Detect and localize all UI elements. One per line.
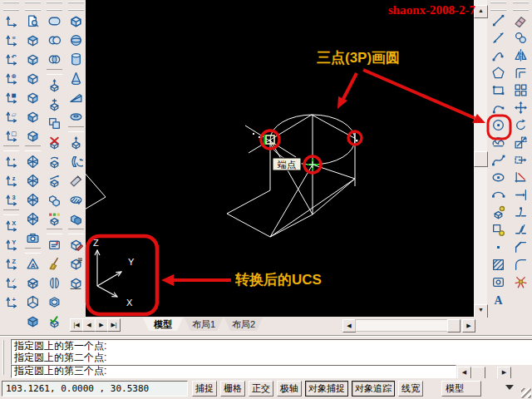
scale-tool-button[interactable]	[511, 134, 530, 150]
toggle-栅格[interactable]: 栅格	[220, 381, 245, 397]
break-at-point-tool-button[interactable]	[511, 204, 530, 220]
toggle-对象捕捉[interactable]: 对象捕捉	[305, 381, 348, 397]
named-ucs-tool-button[interactable]: ≡	[2, 31, 21, 49]
toolbar-grab-handle[interactable]	[25, 2, 41, 11]
circle-tool-button[interactable]	[489, 116, 508, 133]
tab-布局1[interactable]: 布局1	[185, 318, 223, 331]
array-tool-button[interactable]	[511, 81, 530, 98]
rectangle-tool-button[interactable]	[489, 81, 508, 98]
previous-ucs-tool-button[interactable]: ↶	[2, 50, 21, 68]
stretch-tool-button[interactable]	[511, 151, 530, 168]
resize-grip[interactable]	[521, 388, 531, 398]
move-tool-button[interactable]	[511, 99, 530, 116]
polygon-tool-button[interactable]	[489, 64, 508, 81]
named-views-tool-button[interactable]	[23, 12, 42, 30]
extrude-faces-tool-button[interactable]	[45, 76, 64, 94]
wedge-tool-button[interactable]	[66, 88, 86, 106]
toggle-对象追踪[interactable]: 对象追踪	[352, 381, 395, 397]
hscroll-track[interactable]	[355, 319, 448, 332]
rotate-faces-tool-button[interactable]	[45, 152, 64, 170]
color-faces-tool-button[interactable]	[45, 209, 64, 228]
hidden-mode-tool-button[interactable]	[23, 293, 42, 311]
extend-tool-button[interactable]	[511, 186, 530, 203]
ucs-tool-button[interactable]	[2, 12, 21, 30]
right-view-tool-button[interactable]	[23, 88, 42, 106]
cylinder-tool-button[interactable]	[66, 50, 86, 68]
make-block-tool-button[interactable]	[489, 221, 508, 238]
toggle-捕捉[interactable]: 捕捉	[192, 381, 217, 397]
statusbar-menu-arrow-icon[interactable]	[505, 385, 514, 390]
erase-tool-button[interactable]	[511, 12, 530, 28]
revision-cloud-tool-button[interactable]	[489, 134, 508, 150]
hatch-tool-button[interactable]	[489, 256, 508, 273]
drawing-canvas[interactable]: ZYX	[86, 0, 474, 317]
2d-wireframe-tool-button[interactable]: A	[23, 254, 42, 273]
apply-ucs-tool-button[interactable]: ✓	[2, 273, 21, 292]
se-isometric-tool-button[interactable]	[23, 171, 42, 190]
clean-tool-button[interactable]	[45, 254, 64, 273]
move-faces-tool-button[interactable]	[45, 95, 64, 113]
point-tool-button[interactable]	[489, 239, 508, 255]
3d-wireframe-tool-button[interactable]	[23, 273, 42, 292]
insert-block-tool-button[interactable]	[489, 204, 508, 220]
arc-tool-button[interactable]	[489, 99, 508, 116]
copy-object-tool-button[interactable]	[511, 29, 530, 46]
sw-isometric-tool-button[interactable]	[23, 152, 42, 170]
section-tool-button[interactable]	[66, 190, 86, 209]
intersect-tool-button[interactable]	[45, 50, 64, 68]
camera-tool-button[interactable]	[23, 229, 42, 247]
sphere-tool-button[interactable]	[66, 31, 86, 49]
construction-line-tool-button[interactable]	[489, 29, 508, 46]
toggle-极轴[interactable]: 极轴	[277, 381, 302, 397]
toolbar-grab-handle[interactable]	[513, 2, 529, 11]
toolbar-grab-handle[interactable]	[68, 2, 84, 11]
canvas-vertical-scrollbar[interactable]: ▲ ▼	[474, 0, 487, 317]
interfere-tool-button[interactable]	[66, 209, 86, 228]
front-view-tool-button[interactable]	[23, 107, 42, 126]
object-ucs-tool-button[interactable]: ◼	[2, 88, 21, 106]
revolve-tool-button[interactable]	[66, 152, 86, 170]
z-rotate-ucs-tool-button[interactable]: Z	[2, 254, 21, 273]
z-axis-ucs-tool-button[interactable]: z	[2, 171, 21, 190]
bottom-view-tool-button[interactable]	[23, 50, 42, 68]
back-view-tool-button[interactable]	[23, 126, 42, 145]
toolbar-grab-handle[interactable]	[3, 2, 19, 11]
top-view-tool-button[interactable]	[23, 31, 42, 49]
scroll-thumb[interactable]	[474, 151, 488, 167]
fillet-tool-button[interactable]	[511, 256, 530, 273]
model-space-button[interactable]: 模型	[441, 381, 481, 397]
rotate-tool-button[interactable]	[511, 116, 530, 133]
cone-tool-button[interactable]	[66, 69, 86, 87]
command-input[interactable]: 指定圆上的第三个点:	[11, 365, 456, 378]
box-tool-button[interactable]	[66, 12, 86, 30]
world-ucs-tool-button[interactable]: ⊕	[2, 69, 21, 87]
y-rotate-ucs-tool-button[interactable]: Y	[2, 235, 21, 254]
separate-solids-tool-button[interactable]	[45, 273, 64, 292]
command-hscroll-left-button[interactable]: ◀	[457, 367, 471, 379]
shell-tool-button[interactable]	[45, 293, 64, 311]
polyline-tool-button[interactable]	[489, 47, 508, 63]
toggle-线宽[interactable]: 线宽	[398, 381, 423, 397]
setup-profile-tool-button[interactable]	[66, 273, 86, 292]
previous-tab-button[interactable]: ◀	[82, 318, 96, 332]
trim-tool-button[interactable]	[511, 169, 530, 185]
move-ucs-tool-button[interactable]: +	[2, 293, 21, 311]
three-point-ucs-tool-button[interactable]: 3	[2, 190, 21, 209]
hscroll-thumb[interactable]	[447, 319, 461, 332]
check-solid-tool-button[interactable]	[45, 312, 64, 330]
mirror-tool-button[interactable]	[511, 47, 530, 63]
ellipse-tool-button[interactable]	[489, 169, 508, 185]
ne-isometric-tool-button[interactable]	[23, 190, 42, 209]
origin-ucs-tool-button[interactable]: •	[2, 152, 21, 170]
toolbar-grab-handle[interactable]	[47, 2, 62, 11]
scroll-down-button[interactable]: ▼	[474, 304, 488, 318]
region-tool-button[interactable]	[489, 273, 508, 290]
hscroll-right-button[interactable]: ▶	[462, 319, 475, 332]
explode-tool-button[interactable]	[511, 273, 530, 290]
view-ucs-tool-button[interactable]: ▢	[2, 126, 21, 145]
command-hscroll-right-button[interactable]: ▶	[497, 367, 511, 379]
nw-isometric-tool-button[interactable]	[23, 209, 42, 228]
flat-shaded-tool-button[interactable]	[23, 312, 42, 330]
imprint-tool-button[interactable]	[45, 235, 64, 254]
first-tab-button[interactable]: |◀	[70, 318, 83, 332]
